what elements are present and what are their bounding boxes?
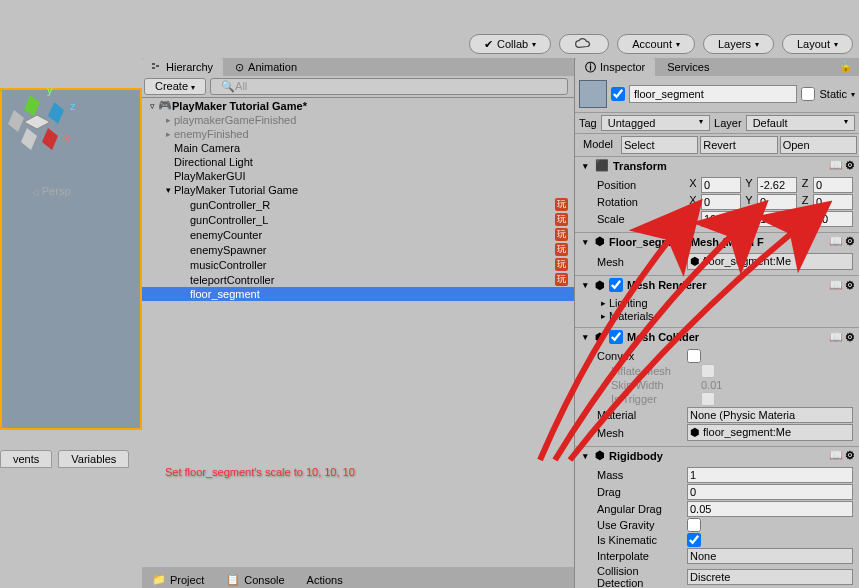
help-icon[interactable]: 📖 [829,331,843,344]
hierarchy-item[interactable]: teleportController玩 [142,272,574,287]
playmaker-badge: 玩 [555,243,568,256]
all-search[interactable]: 🔍All [210,78,568,95]
select-button[interactable]: Select [621,136,698,154]
rotation-y-input[interactable] [757,194,797,210]
scene-view[interactable]: y z x ◁ Persp [0,88,142,430]
foldout-icon[interactable]: ▾ [579,332,591,342]
skin-label: Skin Width [611,379,701,391]
physic-material-picker[interactable]: None (Physic Materia [687,407,853,423]
gear-icon[interactable]: ⚙ [845,235,855,248]
interpolate-dropdown[interactable]: None [687,548,853,564]
animation-tab[interactable]: ⊙Animation [225,58,307,76]
position-x-input[interactable] [701,177,741,193]
account-button[interactable]: Account ▾ [617,34,695,54]
hierarchy-root[interactable]: ▿🎮 PlayMaker Tutorial Game* [142,98,574,113]
foldout-icon[interactable]: ▸ [162,129,174,139]
orientation-gizmo[interactable]: y z x [0,80,82,170]
hierarchy-item[interactable]: ▸playmakerGameFinished [142,113,574,127]
inflate-checkbox [701,364,715,378]
foldout-icon[interactable]: ▸ [597,311,609,321]
position-label: Position [597,179,687,191]
hierarchy-item[interactable]: gunController_L玩 [142,212,574,227]
hierarchy-item[interactable]: enemySpawner玩 [142,242,574,257]
hierarchy-tab[interactable]: Hierarchy [142,58,223,76]
foldout-icon[interactable]: ▸ [597,298,609,308]
hierarchy-item-label: floor_segment [190,288,260,300]
foldout-icon[interactable]: ▾ [579,451,591,461]
hierarchy-item[interactable]: ▾PlayMaker Tutorial Game [142,183,574,197]
layout-button[interactable]: Layout ▾ [782,34,853,54]
gameobject-icon[interactable] [579,80,607,108]
hierarchy-item[interactable]: ▸enemyFinished [142,127,574,141]
position-y-input[interactable] [757,177,797,193]
tag-dropdown[interactable]: Untagged ▾ [601,115,710,131]
collab-button[interactable]: ✔Collab ▾ [469,34,551,54]
foldout-icon[interactable]: ▾ [579,280,591,290]
revert-button[interactable]: Revert [700,136,777,154]
mass-input[interactable] [687,467,853,483]
inspector-tab[interactable]: ⓘ Inspector [575,58,655,76]
svg-text:x: x [64,132,70,144]
help-icon[interactable]: 📖 [829,159,843,172]
services-tab[interactable]: Services [657,58,719,76]
gameobject-name-input[interactable] [629,85,797,103]
rotation-x-input[interactable] [701,194,741,210]
material-label: Material [597,409,687,421]
mesh-filter-icon: ⬢ [595,235,605,248]
hierarchy-list[interactable]: ▿🎮 PlayMaker Tutorial Game* ▸playmakerGa… [142,98,574,567]
hierarchy-item[interactable]: musicController玩 [142,257,574,272]
foldout-icon[interactable]: ▾ [162,185,174,195]
project-tab[interactable]: 📁 Project [142,571,214,588]
help-icon[interactable]: 📖 [829,235,843,248]
foldout-icon[interactable]: ▾ [579,161,591,171]
convex-checkbox[interactable] [687,349,701,363]
foldout-icon[interactable]: ▾ [579,237,591,247]
scale-y-input[interactable] [757,211,797,227]
svg-text:z: z [70,100,76,112]
help-icon[interactable]: 📖 [829,449,843,462]
use-gravity-checkbox[interactable] [687,518,701,532]
convex-label: Convex [597,350,687,362]
help-icon[interactable]: 📖 [829,279,843,292]
hierarchy-item[interactable]: enemyCounter玩 [142,227,574,242]
actions-tab[interactable]: Actions [297,571,353,588]
variables-tab[interactable]: Variables [58,450,129,468]
gear-icon[interactable]: ⚙ [845,331,855,344]
cloud-button[interactable] [559,34,609,54]
mesh-picker[interactable]: ⬢ floor_segment:Me [687,253,853,270]
playmaker-badge: 玩 [555,258,568,271]
hierarchy-item[interactable]: Main Camera [142,141,574,155]
scale-z-input[interactable] [813,211,853,227]
static-checkbox[interactable] [801,87,815,101]
collider-mesh-picker[interactable]: ⬢ floor_segment:Me [687,424,853,441]
position-z-input[interactable] [813,177,853,193]
is-kinematic-checkbox[interactable] [687,533,701,547]
gear-icon[interactable]: ⚙ [845,279,855,292]
hierarchy-item-label: enemySpawner [190,244,266,256]
scale-x-input[interactable] [701,211,741,227]
drag-input[interactable] [687,484,853,500]
layer-dropdown[interactable]: Default ▾ [746,115,855,131]
collision-dropdown[interactable]: Discrete [687,569,853,585]
active-checkbox[interactable] [611,87,625,101]
console-tab[interactable]: 📋 Console [216,571,294,588]
lock-icon[interactable]: 🔒 [833,58,859,76]
mesh-renderer-enabled[interactable] [609,278,623,292]
layers-button[interactable]: Layers ▾ [703,34,774,54]
hierarchy-item[interactable]: Directional Light [142,155,574,169]
gear-icon[interactable]: ⚙ [845,449,855,462]
create-button[interactable]: Create ▾ [144,78,206,95]
rotation-z-input[interactable] [813,194,853,210]
foldout-icon[interactable]: ▸ [162,115,174,125]
hierarchy-item[interactable]: floor_segment [142,287,574,301]
hierarchy-item[interactable]: PlayMakerGUI [142,169,574,183]
gear-icon[interactable]: ⚙ [845,159,855,172]
open-button[interactable]: Open [780,136,857,154]
angular-drag-input[interactable] [687,501,853,517]
foldout-icon[interactable]: ▿ [146,101,158,111]
events-tab[interactable]: vents [0,450,52,468]
scale-label: Scale [597,213,687,225]
mesh-collider-enabled[interactable] [609,330,623,344]
rotation-label: Rotation [597,196,687,208]
hierarchy-item[interactable]: gunController_R玩 [142,197,574,212]
